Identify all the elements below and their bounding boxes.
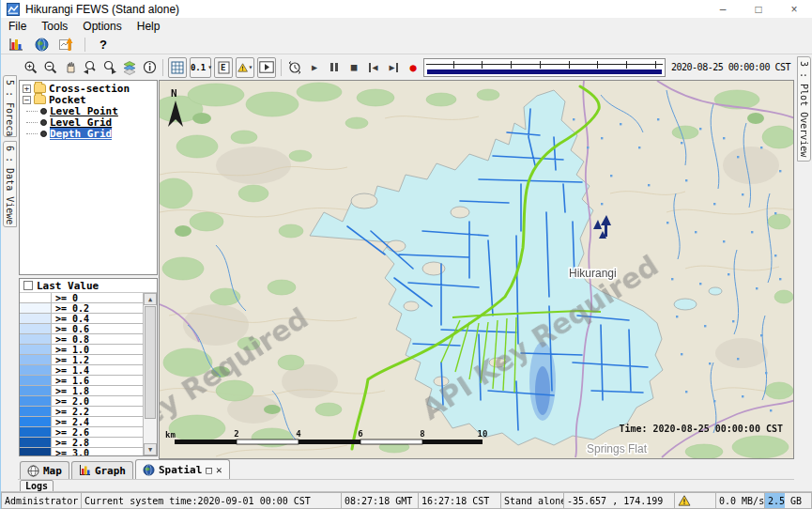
legend-color-swatch: [20, 334, 52, 344]
tab-map-label: Map: [43, 465, 62, 477]
legend-color-swatch: [20, 386, 52, 395]
menu-options[interactable]: Options: [75, 19, 129, 34]
help-button[interactable]: ?: [92, 36, 115, 54]
tree-item-folder[interactable]: − Pocket: [20, 94, 157, 105]
expand-icon[interactable]: +: [23, 85, 31, 93]
pause-button[interactable]: [325, 57, 344, 78]
pan-button[interactable]: [61, 57, 80, 78]
tab-graph-label: Graph: [95, 465, 126, 477]
animation-button[interactable]: [257, 57, 276, 78]
clock-reset-icon: [287, 60, 302, 75]
tree-item-leaf[interactable]: Depth Grid: [20, 128, 157, 139]
legend-color-swatch: [20, 427, 52, 437]
legend-color-swatch: [20, 396, 52, 406]
legend-row: >= 2.8: [20, 438, 143, 448]
legend-panel: Last Value >= 0 >= 0.2 >= 0.4 >= 0.6 >= …: [19, 278, 158, 456]
svg-text:10: 10: [478, 429, 488, 439]
tree-item-leaf[interactable]: Level Grid: [20, 116, 157, 128]
folder-icon: [34, 95, 46, 104]
timeline-axis: [426, 64, 663, 65]
time-settings-button[interactable]: [285, 57, 304, 78]
grid-resolution-dropdown[interactable]: 0.1 ▾: [190, 57, 212, 78]
main-toolbar: ?: [1, 35, 812, 54]
status-coordinates: -35.657 , 174.199: [564, 492, 675, 509]
movie-play-icon: [259, 61, 274, 73]
status-system-time: Current system time:2020-09-01 00:00 CST: [82, 492, 342, 509]
legend-row: >= 0.4: [20, 314, 143, 324]
map-view[interactable]: API Key Required API Key Required Hikura…: [159, 80, 794, 459]
tab-map[interactable]: Map: [20, 461, 69, 479]
globe-icon: [35, 38, 49, 52]
go-to-end-button[interactable]: ▶: [384, 57, 403, 78]
warning-icon: [237, 61, 248, 74]
maximize-button[interactable]: □: [741, 0, 776, 18]
toolbar-separator: [281, 59, 282, 76]
last-value-checkbox[interactable]: [23, 281, 33, 290]
tab-spatial[interactable]: Spatial □ ✕: [135, 459, 230, 479]
tree-item-leaf[interactable]: Level Point: [20, 105, 157, 116]
warnings-dropdown[interactable]: ▾: [236, 57, 254, 78]
chevron-down-icon: ▾: [249, 63, 253, 71]
app-window: Hikurangi FEWS (Stand alone) – □ × File …: [0, 0, 812, 509]
minimize-button[interactable]: –: [705, 0, 741, 18]
legend-title: Last Value: [37, 280, 99, 292]
tab-forecasts[interactable]: 5 : Forecasts: [3, 75, 17, 137]
timeline-slider[interactable]: [423, 58, 666, 77]
legend-color-swatch: [20, 303, 52, 313]
stop-icon: ■: [351, 62, 358, 72]
tab-plot-overview[interactable]: 3 : Plot Overview: [797, 56, 811, 162]
status-warning-cell[interactable]: [675, 492, 716, 509]
bullet-icon: [40, 119, 47, 126]
legend-color-swatch: [20, 355, 52, 364]
stop-button[interactable]: ■: [345, 57, 363, 78]
legend-row: >= 2.0: [20, 396, 143, 407]
go-to-start-button[interactable]: ◀: [364, 57, 383, 78]
zoom-next-button[interactable]: [100, 57, 119, 78]
timeline-range-bar[interactable]: [427, 69, 662, 74]
timeseries-chart-button[interactable]: [5, 36, 27, 54]
zoom-out-button[interactable]: [41, 57, 60, 78]
tab-close-icon[interactable]: ✕: [216, 464, 222, 476]
info-button[interactable]: [140, 57, 159, 78]
legend-row: >= 2.6: [20, 427, 143, 438]
right-shortcut-bar: 3 : Plot Overview: [794, 54, 812, 491]
tree-panel: + Cross-section − Pocket Level Point Lev…: [19, 80, 158, 275]
map-canvas[interactable]: API Key Required API Key Required Hikura…: [160, 81, 794, 458]
status-memory: 2.5 GB: [765, 492, 812, 509]
menu-file[interactable]: File: [1, 19, 34, 34]
play-button[interactable]: ▶: [305, 57, 324, 78]
bar-chart-icon: [79, 465, 91, 476]
scroll-down-icon[interactable]: ▼: [144, 443, 157, 455]
show-grid-button[interactable]: [168, 57, 187, 78]
zoom-out-icon: [43, 60, 58, 75]
legend-toggle-button[interactable]: E: [214, 57, 233, 78]
legend-scrollbar[interactable]: ▲ ▼: [144, 293, 157, 455]
legend-row: >= 2.2: [20, 407, 143, 417]
collapse-icon[interactable]: −: [23, 96, 31, 104]
tab-data-viewer[interactable]: 6 : Data Viewer: [3, 141, 17, 227]
pause-icon: [330, 63, 338, 71]
legend-color-swatch: [20, 376, 52, 385]
legend-row: >= 1.4: [20, 365, 143, 376]
scroll-thumb[interactable]: [145, 306, 156, 419]
zoom-previous-button[interactable]: [81, 57, 100, 78]
import-timeseries-button[interactable]: [55, 36, 78, 54]
legend-color-swatch: [20, 314, 52, 323]
svg-text:8: 8: [420, 429, 424, 439]
scroll-up-icon[interactable]: ▲: [144, 293, 157, 305]
record-button[interactable]: ●: [404, 57, 422, 78]
svg-text:km: km: [165, 430, 176, 440]
zoom-in-button[interactable]: [22, 57, 40, 78]
layers-button[interactable]: [120, 57, 139, 78]
close-button[interactable]: ×: [776, 0, 812, 18]
menu-bar: File Tools Options Help: [1, 18, 812, 35]
grid-icon: [171, 61, 184, 74]
legend-row: >= 2.4: [20, 417, 143, 427]
spatial-display-button[interactable]: [30, 36, 53, 54]
menu-tools[interactable]: Tools: [34, 19, 75, 34]
legend-row: >= 1.6: [20, 376, 143, 386]
menu-help[interactable]: Help: [130, 19, 168, 34]
tab-maximize-icon[interactable]: □: [206, 464, 212, 476]
skip-to-start-icon: ◀: [369, 63, 377, 72]
tab-graph[interactable]: Graph: [71, 461, 133, 479]
